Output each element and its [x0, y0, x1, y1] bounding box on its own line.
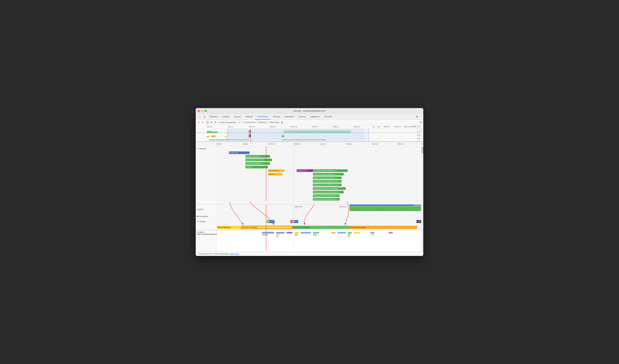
tab-lighthouse[interactable]: Lighthouse	[308, 114, 322, 120]
ruler-tick-44: 44	[373, 126, 374, 128]
london2-bar[interactable]: london.jpg (localhost.philipwalto...)	[313, 173, 344, 176]
detail-ruler-ticks: 494 ms 994 ms 1494 ms 1994 ms 2494 ms 29…	[217, 142, 423, 146]
london1-bar[interactable]: london.jpg (localhost.philipwalto...)	[313, 169, 348, 172]
ruler-tick-994: 994 ms	[228, 126, 233, 128]
network-track-opensans700[interactable]: opensans-latin-700.woff2 (l...	[196, 158, 421, 162]
localhost-bar[interactable]: localhost.phi...	[229, 152, 250, 154]
network-track-tokyo[interactable]: tokyo.jpg (localhost.philipwalton.dev)	[196, 194, 421, 197]
download-button[interactable]: ⬇	[214, 121, 217, 124]
network-track-opensans400[interactable]: opensans-latin-400.w...	[196, 154, 421, 158]
red-vline-overview	[250, 129, 251, 141]
cursor-icon[interactable]: ⬚	[196, 115, 202, 118]
network-track-maincss[interactable]: main.css ...	[196, 165, 421, 169]
amsterdam-bar[interactable]: amsterdam.jpg (localhost.philipwalton...…	[313, 187, 346, 190]
web-vitals-checkbox[interactable]	[267, 121, 269, 123]
bootstrap-bar[interactable]: bootstrap.css (localhos...)	[245, 162, 270, 165]
close-button[interactable]	[198, 110, 200, 112]
dashed-vline-1	[268, 146, 268, 151]
network-label-13	[196, 194, 217, 197]
ruler-tick-1494: 1494 ms	[249, 126, 255, 128]
screenshots-checkbox[interactable]	[242, 121, 244, 123]
network-track-amsterdam[interactable]: amsterdam.jpg (localhost.philipwalton...…	[196, 187, 421, 190]
tab-memory[interactable]: Memory	[271, 114, 282, 120]
network-content-12: san-francisco.jpg (localhost.philipwalt.…	[217, 190, 421, 194]
interactions-label[interactable]: ▶ Interactions	[196, 214, 217, 218]
fp-badge[interactable]: FP	[267, 220, 270, 223]
maximize-button[interactable]	[204, 110, 207, 112]
network-label[interactable]: ▼ Network	[196, 146, 217, 151]
tab-sources[interactable]: Sources	[231, 114, 243, 120]
dcl-badge[interactable]: DCL	[294, 220, 298, 223]
network-collapse-icon[interactable]: ▼	[197, 148, 199, 150]
photosjson-bar[interactable]: photos.json (lo...	[297, 169, 313, 172]
lcp-badge[interactable]: LCP	[416, 220, 421, 223]
overview-chart[interactable]: FPS CPU NET	[196, 129, 423, 142]
record-button[interactable]: ●	[197, 121, 200, 124]
ruler-tick-4ms: 4 ms	[377, 126, 380, 128]
scrollbar[interactable]	[421, 146, 423, 252]
overview-labels: FPS CPU NET	[417, 125, 423, 129]
tab-console[interactable]: Console	[220, 114, 231, 120]
fcp-badge[interactable]: FCP	[270, 220, 275, 223]
fps-label-side: FPS	[417, 125, 423, 127]
mainjs-bar[interactable]: main.js (local...)	[268, 169, 284, 172]
detail-ruler-left-label	[196, 142, 217, 146]
sf-bar[interactable]: san-francisco.jpg (localhost.philipwalt.…	[313, 191, 344, 193]
network-track-localhost[interactable]: localhost.phi...	[196, 151, 421, 154]
network-track-paris[interactable]: paris.jpg (localhost.philipwalton.dev)	[196, 197, 421, 201]
interactions-content	[217, 214, 421, 218]
ttfb-bar: Time to first byte	[217, 226, 241, 229]
paris-bar[interactable]: paris.jpg (localhost.philipwalton.dev)	[313, 198, 339, 200]
main-track: ▼ Main — https://localhost.philipwalton.…	[196, 230, 421, 252]
network-track-sydney[interactable]: sydney.jpg (localhost.philipwalton.dev)	[196, 183, 421, 187]
network-track-venice[interactable]: venice.jpg (localhost.philipwalton.dev)	[196, 180, 421, 183]
network-label-10	[196, 183, 217, 187]
minimize-button[interactable]	[201, 110, 203, 112]
ruler-tick-3494: 3494 ms	[333, 126, 339, 128]
timings-label[interactable]: ▼ Timings	[196, 219, 217, 224]
learn-more-link[interactable]: Learn more	[230, 253, 239, 255]
network-track-mainjs-photos[interactable]: main.js (local...) photos.json (lo... lo…	[196, 169, 421, 172]
tab-application[interactable]: Application	[282, 114, 296, 120]
network-track-perfjs[interactable]: perf.js (l...) london.jpg (localhost.phi…	[196, 172, 421, 176]
network-label-1	[196, 151, 217, 154]
scrollbar-thumb[interactable]	[422, 147, 423, 153]
network-track-sf[interactable]: san-francisco.jpg (localhost.philipwalt.…	[196, 190, 421, 194]
delete-button[interactable]: 🗑	[281, 121, 283, 124]
bangkok-bar[interactable]: bangkok.jpg (localhost.philipwalt...)	[313, 177, 341, 179]
perfjs-bar[interactable]: perf.js (l...)	[268, 173, 282, 176]
more-icon[interactable]: ⋮	[419, 115, 421, 118]
network-content-6: main.js (local...) photos.json (lo... lo…	[217, 169, 421, 172]
url-selector[interactable]: localhost.philipwalton.... ▾	[218, 121, 241, 124]
memory-checkbox[interactable]	[256, 121, 259, 123]
tokyo-bar[interactable]: tokyo.jpg (localhost.philipwalton.dev)	[313, 194, 339, 197]
network-track-bangkok[interactable]: bangkok.jpg (localhost.philipwalt...)	[196, 176, 421, 180]
timings-content: FP FCP L DCL	[217, 219, 421, 224]
main-scroll[interactable]: ▼ Network	[196, 146, 423, 252]
network-track-bootstrap[interactable]: bootstrap.css (localhos...)	[196, 162, 421, 165]
network-label-11	[196, 187, 217, 190]
opensans400-bar[interactable]: opensans-latin-400.w...	[245, 155, 270, 158]
venice-bar[interactable]: venice.jpg (localhost.philipwalton.dev)	[313, 180, 341, 183]
secondary-toolbar: ● ↻ 🚫 ⬆ ⬇ localhost.philipwalton.... ▾ S…	[196, 120, 423, 125]
tab-network[interactable]: Network	[243, 114, 255, 120]
main-section-label[interactable]: ▼ Main — https://localhost.philipwalton.…	[196, 230, 217, 251]
toggle-icon[interactable]: ⧉	[202, 115, 207, 118]
network-content-3: opensans-latin-700.woff2 (l...	[217, 158, 421, 162]
fps-label: FPS	[413, 125, 416, 127]
ruler-tick-1994: 1994 ms	[270, 126, 276, 128]
upload-button[interactable]: ⬆	[210, 121, 213, 124]
tab-recorder[interactable]: Recorder	[322, 114, 335, 120]
maincss-bar[interactable]: main.css ...	[245, 166, 268, 168]
fps-right: FPS	[417, 131, 423, 133]
clear-button[interactable]: 🚫	[205, 121, 209, 124]
reload-button[interactable]: ↻	[201, 121, 204, 124]
tab-security[interactable]: Security	[296, 114, 308, 120]
interactions-expand-icon[interactable]: ▶	[197, 215, 198, 217]
settings-icon[interactable]: ⚙	[416, 115, 418, 118]
gear-icon[interactable]: ⚙	[420, 121, 422, 124]
sydney-bar[interactable]: sydney.jpg (localhost.philipwalton.dev)	[313, 184, 341, 186]
tab-performance[interactable]: Performance	[255, 114, 271, 120]
l-badge[interactable]: L	[291, 220, 293, 223]
tab-elements[interactable]: Elements	[207, 114, 220, 120]
